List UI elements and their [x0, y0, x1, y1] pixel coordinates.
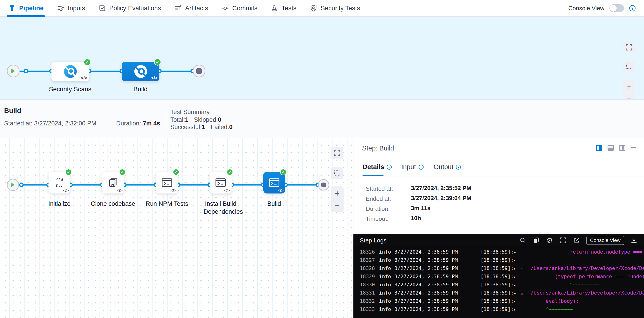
stage-pipeline-canvas[interactable]: ✓ </> Security Scans ✓ </> Build +	[0, 17, 644, 99]
success-badge: ✓	[173, 169, 179, 175]
console-view-toggle[interactable]	[610, 4, 624, 12]
log-date: 3/27/2024, 2:38:59 PM	[394, 307, 458, 312]
canvas-select-button[interactable]	[623, 60, 635, 72]
step-card-run-npm-tests[interactable]: ✓ </>	[156, 172, 178, 194]
success-badge: ✓	[65, 169, 72, 175]
stage-label[interactable]: Build	[134, 86, 148, 93]
log-expand-caret: ▸	[514, 250, 516, 255]
policy-evaluations-icon	[98, 4, 106, 12]
log-level: info	[379, 307, 391, 312]
copy-logs-icon[interactable]	[533, 237, 540, 244]
log-date: 3/27/2024, 2:38:59 PM	[394, 257, 458, 263]
steps-start-node[interactable]	[7, 179, 19, 191]
step-label[interactable]: Initialize	[33, 200, 86, 208]
log-settings-icon[interactable]: ⚙	[546, 237, 553, 244]
stage-connector	[160, 70, 193, 72]
stage-label[interactable]: Security Scans	[49, 86, 92, 93]
code-icon: </>	[170, 188, 176, 193]
download-logs-icon[interactable]	[630, 237, 638, 244]
nav-right: Console View	[568, 4, 636, 12]
pipeline-start-node[interactable]	[7, 65, 20, 77]
tab-pipeline[interactable]: Pipeline	[8, 0, 44, 17]
tab-inputs[interactable]: Inputs	[57, 0, 85, 17]
zoom-in-button[interactable]: +	[335, 188, 340, 199]
stage-title: Build	[4, 107, 21, 114]
canvas-fullscreen-button[interactable]	[331, 147, 344, 159]
log-row: 18333info3/27/2024, 2:38:59 PM[18:38:59]…	[354, 306, 644, 314]
search-logs-icon[interactable]	[519, 237, 526, 244]
tab-tests[interactable]: Tests	[270, 0, 296, 17]
canvas-select-button[interactable]	[331, 167, 344, 179]
tab-artifacts[interactable]: Artifacts	[174, 0, 208, 17]
step-label[interactable]: Build	[248, 200, 300, 208]
step-label[interactable]: Install Build Dependencies	[204, 200, 238, 216]
steps-end-node[interactable]	[318, 179, 329, 191]
tab-details[interactable]: Details	[362, 163, 392, 171]
connector-port[interactable]	[24, 69, 28, 73]
minimize-panel-button[interactable]	[631, 147, 636, 148]
console-view-button[interactable]: Console View	[586, 236, 624, 245]
pipeline-end-node[interactable]	[193, 65, 206, 77]
log-rows[interactable]: 18326info3/27/2024, 2:38:59 PM[18:38:59]…	[354, 248, 644, 314]
step-card-build[interactable]: ✓ </>	[263, 172, 285, 194]
log-date: 3/27/2024, 2:38:59 PM	[394, 249, 458, 255]
stage-card-build[interactable]: ✓ </>	[122, 62, 160, 81]
step-card-initialize[interactable]: ✓ </>	[48, 172, 70, 194]
started-at-text: Started at: 3/27/2024, 2:32:00 PM	[4, 120, 96, 127]
zoom-in-button[interactable]: +	[626, 81, 631, 93]
detail-label: Duration:	[366, 205, 390, 212]
log-date: 3/27/2024, 2:38:59 PM	[394, 290, 458, 296]
success-badge: ✓	[280, 169, 286, 175]
layout-split-right-icon[interactable]	[596, 145, 602, 151]
expand-logs-icon[interactable]	[560, 237, 567, 244]
step-label[interactable]: Run NPM Tests	[141, 200, 193, 208]
stop-icon	[321, 183, 326, 187]
detail-label: Timeout:	[366, 215, 388, 222]
log-line-number: 18330	[360, 282, 375, 288]
terminal-icon	[215, 177, 226, 189]
log-time: [18:38:59]:	[480, 266, 514, 271]
tab-policy-evaluations[interactable]: Policy Evaluations	[98, 0, 161, 17]
step-connector	[286, 184, 318, 186]
code-icon: </>	[117, 188, 122, 193]
connector-port[interactable]	[19, 183, 24, 187]
log-row: 18332info3/27/2024, 2:38:59 PM[18:38:59]…	[354, 297, 644, 306]
tab-security-tests[interactable]: Security Tests	[310, 0, 360, 17]
tab-commits[interactable]: Commits	[221, 0, 257, 17]
step-pipeline-canvas[interactable]: ✓ </> Initialize ✓ </> Clone codebase ✓ …	[0, 138, 354, 318]
info-icon[interactable]	[629, 5, 636, 11]
info-icon[interactable]	[456, 164, 461, 170]
layout-drawer-icon[interactable]	[619, 145, 625, 151]
layout-bottom-icon[interactable]	[608, 145, 614, 151]
info-icon[interactable]	[418, 164, 424, 170]
clone-codebase-icon	[107, 176, 119, 189]
panel-layout-switcher	[596, 145, 636, 151]
marquee-select-icon	[626, 63, 632, 70]
tab-label: Pipeline	[19, 4, 44, 12]
tab-input[interactable]: Input	[401, 163, 424, 171]
log-row: 18328info3/27/2024, 2:38:59 PM[18:38:59]…	[354, 265, 644, 273]
log-message: /Users/anka/Library/Developer/Xcode/De	[530, 266, 644, 271]
stage-card-security-scans[interactable]: ✓ </>	[52, 62, 89, 81]
step-card-clone-codebase[interactable]: ✓ </>	[102, 172, 124, 194]
code-icon: </>	[63, 188, 68, 193]
step-label[interactable]: Clone codebase	[87, 200, 139, 208]
detail-value: 3/27/2024, 2:35:52 PM	[411, 185, 472, 192]
fullscreen-icon	[334, 150, 340, 156]
stage-connector	[89, 70, 122, 72]
log-level: info	[379, 282, 391, 288]
tab-output[interactable]: Output	[434, 163, 461, 171]
zoom-out-button[interactable]: −	[335, 199, 340, 211]
log-date: 3/27/2024, 2:38:59 PM	[394, 266, 458, 271]
tests-icon	[270, 4, 278, 12]
log-time: [18:38:59]:	[480, 274, 514, 279]
initialize-icon	[53, 176, 66, 189]
info-icon[interactable]	[386, 164, 392, 170]
step-card-install-build-dependencies[interactable]: ✓ </>	[210, 172, 232, 194]
summary-divider	[166, 106, 166, 130]
detail-value: 3/27/2024, 2:39:04 PM	[411, 195, 472, 202]
canvas-fullscreen-button[interactable]	[623, 41, 635, 53]
artifacts-icon	[174, 4, 182, 12]
success-badge: ✓	[84, 59, 91, 65]
open-in-new-icon[interactable]	[573, 237, 580, 244]
